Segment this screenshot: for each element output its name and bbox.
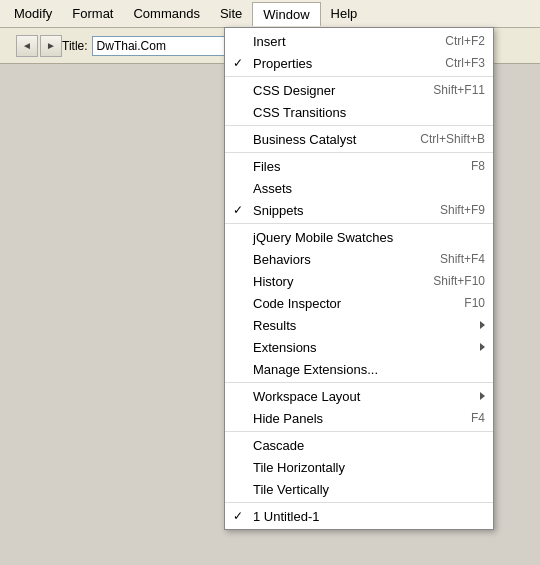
menu-item-5-0[interactable]: Workspace Layout	[225, 385, 493, 407]
menu-item-1-1[interactable]: CSS Transitions	[225, 101, 493, 123]
menu-bar: Modify Format Commands Site Window Help	[0, 0, 540, 28]
window-dropdown-menu: InsertCtrl+F2✓PropertiesCtrl+F3CSS Desig…	[224, 27, 494, 530]
menu-item-shortcut: F8	[471, 159, 485, 173]
menu-item-4-0[interactable]: jQuery Mobile Swatches	[225, 226, 493, 248]
menu-item-0-1[interactable]: ✓PropertiesCtrl+F3	[225, 52, 493, 74]
menu-item-label: Tile Horizontally	[253, 460, 485, 475]
menu-item-4-2[interactable]: HistoryShift+F10	[225, 270, 493, 292]
menu-item-4-1[interactable]: BehaviorsShift+F4	[225, 248, 493, 270]
menu-item-shortcut: Ctrl+Shift+B	[420, 132, 485, 146]
menu-section-4: jQuery Mobile SwatchesBehaviorsShift+F4H…	[225, 224, 493, 383]
checkmark-icon: ✓	[233, 509, 243, 523]
menu-item-shortcut: Shift+F9	[440, 203, 485, 217]
menu-item-3-0[interactable]: FilesF8	[225, 155, 493, 177]
menu-item-label: CSS Transitions	[253, 105, 485, 120]
menu-item-3-1[interactable]: Assets	[225, 177, 493, 199]
menu-item-shortcut: Ctrl+F2	[445, 34, 485, 48]
menu-item-6-1[interactable]: Tile Horizontally	[225, 456, 493, 478]
menu-item-6-0[interactable]: Cascade	[225, 434, 493, 456]
menu-item-shortcut: F10	[464, 296, 485, 310]
menu-modify[interactable]: Modify	[4, 2, 62, 25]
menu-item-label: Code Inspector	[253, 296, 456, 311]
menu-item-label: Business Catalyst	[253, 132, 412, 147]
menu-item-label: Snippets	[253, 203, 432, 218]
menu-item-0-0[interactable]: InsertCtrl+F2	[225, 30, 493, 52]
menu-item-4-5[interactable]: Extensions	[225, 336, 493, 358]
menu-section-3: FilesF8Assets✓SnippetsShift+F9	[225, 153, 493, 224]
menu-item-label: 1 Untitled-1	[253, 509, 485, 524]
menu-item-label: Extensions	[253, 340, 472, 355]
menu-item-label: Cascade	[253, 438, 485, 453]
menu-site[interactable]: Site	[210, 2, 252, 25]
menu-item-label: Results	[253, 318, 472, 333]
menu-item-shortcut: Ctrl+F3	[445, 56, 485, 70]
menu-item-label: CSS Designer	[253, 83, 425, 98]
menu-item-label: Hide Panels	[253, 411, 463, 426]
menu-item-label: jQuery Mobile Swatches	[253, 230, 485, 245]
menu-item-1-0[interactable]: CSS DesignerShift+F11	[225, 79, 493, 101]
menu-window[interactable]: Window	[252, 2, 320, 26]
menu-item-label: Workspace Layout	[253, 389, 472, 404]
menu-item-4-4[interactable]: Results	[225, 314, 493, 336]
menu-item-shortcut: F4	[471, 411, 485, 425]
menu-item-4-6[interactable]: Manage Extensions...	[225, 358, 493, 380]
submenu-arrow-icon	[480, 321, 485, 329]
menu-item-label: Assets	[253, 181, 485, 196]
menu-section-1: CSS DesignerShift+F11CSS Transitions	[225, 77, 493, 126]
menu-commands[interactable]: Commands	[123, 2, 209, 25]
forward-button[interactable]: ►	[40, 35, 62, 57]
submenu-arrow-icon	[480, 392, 485, 400]
menu-item-shortcut: Shift+F4	[440, 252, 485, 266]
menu-help[interactable]: Help	[321, 2, 368, 25]
menu-section-6: CascadeTile HorizontallyTile Vertically	[225, 432, 493, 503]
checkmark-icon: ✓	[233, 56, 243, 70]
menu-section-0: InsertCtrl+F2✓PropertiesCtrl+F3	[225, 28, 493, 77]
menu-item-label: Behaviors	[253, 252, 432, 267]
menu-item-6-2[interactable]: Tile Vertically	[225, 478, 493, 500]
menu-section-7: ✓1 Untitled-1	[225, 503, 493, 529]
menu-item-shortcut: Shift+F10	[433, 274, 485, 288]
menu-item-label: Properties	[253, 56, 437, 71]
menu-item-label: History	[253, 274, 425, 289]
checkmark-icon: ✓	[233, 203, 243, 217]
menu-section-5: Workspace LayoutHide PanelsF4	[225, 383, 493, 432]
back-button[interactable]: ◄	[16, 35, 38, 57]
menu-item-4-3[interactable]: Code InspectorF10	[225, 292, 493, 314]
menu-item-label: Manage Extensions...	[253, 362, 485, 377]
menu-item-shortcut: Shift+F11	[433, 83, 485, 97]
menu-item-7-0[interactable]: ✓1 Untitled-1	[225, 505, 493, 527]
nav-buttons: ◄ ►	[16, 35, 62, 57]
menu-item-label: Files	[253, 159, 463, 174]
title-label: Title:	[62, 39, 88, 53]
menu-item-label: Insert	[253, 34, 437, 49]
menu-item-5-1[interactable]: Hide PanelsF4	[225, 407, 493, 429]
menu-section-2: Business CatalystCtrl+Shift+B	[225, 126, 493, 153]
menu-format[interactable]: Format	[62, 2, 123, 25]
menu-item-3-2[interactable]: ✓SnippetsShift+F9	[225, 199, 493, 221]
submenu-arrow-icon	[480, 343, 485, 351]
menu-item-2-0[interactable]: Business CatalystCtrl+Shift+B	[225, 128, 493, 150]
menu-item-label: Tile Vertically	[253, 482, 485, 497]
